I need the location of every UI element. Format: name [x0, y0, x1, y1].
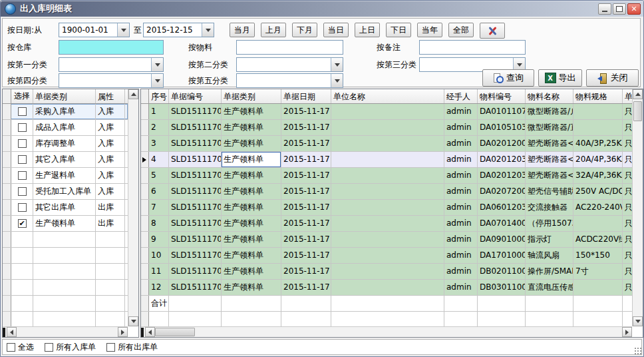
footer-checkbox[interactable] [7, 343, 15, 352]
cell-doc-type[interactable]: 受托加工入库单 [33, 184, 96, 199]
cell-item-name[interactable]: 交流接触器 [526, 200, 573, 215]
footer-checkbox[interactable] [106, 343, 115, 352]
cell-company[interactable] [331, 168, 444, 183]
grid-sizer-handle[interactable] [3, 328, 5, 337]
doc-type-row[interactable]: 其它出库单 出库 [3, 200, 128, 216]
cell-item-name[interactable]: 塑壳信号辅助 [526, 184, 573, 199]
cell-handler[interactable]: admin [444, 216, 478, 231]
cell-company[interactable] [331, 200, 444, 215]
chevron-down-icon[interactable] [117, 23, 129, 37]
table-row[interactable]: 8 SLD151117000 生产领料单 2015-11-17 admin DA… [141, 216, 632, 232]
cell-unit[interactable]: 只 [623, 152, 632, 167]
cell-company[interactable] [331, 248, 444, 263]
cell-doc-type[interactable]: 生产领料单 [222, 168, 281, 183]
table-row[interactable]: 6 SLD151117000 生产领料单 2015-11-17 admin DA… [141, 184, 632, 200]
cell-doc-type[interactable]: 其它入库单 [33, 152, 96, 167]
cell-handler[interactable]: admin [444, 280, 478, 295]
cell-doc-type[interactable]: 生产领料单 [33, 216, 96, 231]
cell-doc-no[interactable]: SLD151117000 [169, 264, 222, 279]
cell-doc-date[interactable]: 2015-11-17 [281, 184, 331, 199]
cell-doc-type[interactable]: 生产领料单 [222, 280, 281, 295]
cell-unit[interactable]: 只 [623, 232, 632, 247]
cell-doc-date[interactable]: 2015-11-17 [281, 120, 331, 135]
cell-doc-date[interactable]: 2015-11-17 [281, 232, 331, 247]
table-row[interactable]: 7 SLD151117000 生产领料单 2015-11-17 admin DA… [141, 200, 632, 216]
scroll-down-icon[interactable] [128, 316, 138, 326]
cell-company[interactable] [331, 264, 444, 279]
category1-select[interactable] [59, 57, 164, 72]
cell-company[interactable] [331, 216, 444, 231]
cell-doc-type[interactable]: 生产领料单 [222, 136, 281, 151]
footer-checkbox[interactable] [45, 343, 53, 352]
footer-check-item[interactable]: 所有入库单 [45, 342, 96, 353]
cell-doc-type[interactable]: 生产领料单 [222, 152, 281, 167]
date-from-select[interactable]: 1900-01-01 [59, 23, 130, 37]
cell-item-name[interactable]: 轴流风扇 [526, 248, 573, 263]
cell-doc-type[interactable]: 生产领料单 [222, 104, 281, 119]
scroll-left-icon[interactable] [145, 327, 155, 337]
cell-company[interactable] [331, 184, 444, 199]
cell-spec[interactable]: 20A/4P,36KA [573, 152, 623, 167]
category5-select[interactable] [236, 73, 343, 88]
cell-unit[interactable]: 只 [623, 120, 632, 135]
cell-doc-no[interactable]: SLD151117000 [169, 120, 222, 135]
date-to-select[interactable]: 2015-12-15 [143, 23, 214, 37]
cell-item-no[interactable]: DA17010001 [478, 248, 526, 263]
chevron-down-icon[interactable] [331, 74, 343, 87]
query-button[interactable]: 查询 [482, 69, 534, 87]
minimize-button[interactable] [598, 3, 611, 15]
cell-spec[interactable]: 40A/3P,25KA [573, 136, 623, 151]
doc-type-row[interactable]: 生产退料单 入库 [3, 168, 128, 184]
chevron-down-icon[interactable] [151, 58, 163, 71]
quick-range-button[interactable]: 下月 [292, 23, 317, 37]
cell-item-no[interactable]: DA01011072 [478, 104, 526, 119]
cell-doc-no[interactable]: SLD151117000 [169, 168, 222, 183]
cell-doc-date[interactable]: 2015-11-17 [281, 200, 331, 215]
warehouse-input[interactable] [59, 40, 164, 55]
table-row[interactable]: 5 SLD151117000 生产领料单 2015-11-17 admin DA… [141, 168, 632, 184]
cell-spec[interactable] [573, 280, 623, 295]
doc-type-checkbox[interactable] [18, 203, 27, 212]
cell-doc-no[interactable]: SLD151117000 [169, 232, 222, 247]
cell-doc-no[interactable]: SLD151117000 [169, 104, 222, 119]
cell-item-no[interactable]: DA09010002 [478, 232, 526, 247]
scroll-right-icon[interactable] [622, 327, 632, 337]
doc-type-checkbox[interactable] [18, 187, 27, 196]
cell-spec[interactable]: 250V AC/DC [573, 184, 623, 199]
table-row[interactable]: 4 SLD151117000 生产领料单 2015-11-17 admin DA… [141, 152, 632, 168]
cell-company[interactable] [331, 136, 444, 151]
table-row[interactable]: 1 SLD151117000 生产领料单 2015-11-17 admin DA… [141, 104, 632, 120]
cell-unit[interactable]: 只 [623, 184, 632, 199]
scroll-up-icon[interactable] [128, 89, 138, 99]
cell-unit[interactable]: 只 [623, 216, 632, 231]
table-row[interactable]: 10 SLD151117000 生产领料单 2015-11-17 admin D… [141, 248, 632, 264]
cell-item-name[interactable]: （停用15073 [526, 216, 573, 231]
cell-doc-date[interactable]: 2015-11-17 [281, 136, 331, 151]
remark-input[interactable] [419, 40, 526, 55]
cell-unit[interactable]: 只 [623, 264, 632, 279]
quick-range-button[interactable]: 下日 [386, 23, 411, 37]
cell-item-no[interactable]: DA02072001 [478, 184, 526, 199]
close-button[interactable]: ✕ [627, 3, 641, 15]
doc-type-checkbox[interactable] [18, 155, 27, 164]
doc-type-row[interactable]: 其它入库单 入库 [3, 152, 128, 168]
cell-doc-no[interactable]: SLD151117000 [169, 280, 222, 295]
footer-check-item[interactable]: 所有出库单 [106, 342, 158, 353]
cell-spec[interactable] [573, 104, 623, 119]
horizontal-scroll-thumb[interactable] [155, 328, 195, 336]
cell-spec[interactable]: ACDC220V绿 [573, 232, 623, 247]
cell-doc-type[interactable]: 采购入库单 [33, 104, 96, 119]
cell-handler[interactable]: admin [444, 248, 478, 263]
quick-range-button[interactable]: 当年 [417, 23, 442, 37]
cell-doc-type[interactable]: 生产领料单 [222, 184, 281, 199]
cell-item-name[interactable]: 塑壳断路器< [526, 168, 573, 183]
cell-item-name[interactable]: 微型断路器/直 [526, 120, 573, 135]
cell-item-no[interactable]: DB0201100 [478, 264, 526, 279]
doc-type-checkbox[interactable] [18, 219, 27, 228]
cell-doc-type[interactable]: 生产领料单 [222, 264, 281, 279]
quick-range-button[interactable]: 上月 [261, 23, 286, 37]
scroll-left-icon[interactable] [7, 327, 17, 337]
vertical-scroll-thumb[interactable] [633, 101, 642, 121]
cell-item-no[interactable]: DA02012035 [478, 152, 526, 167]
cell-doc-type[interactable]: 生产领料单 [222, 216, 281, 231]
